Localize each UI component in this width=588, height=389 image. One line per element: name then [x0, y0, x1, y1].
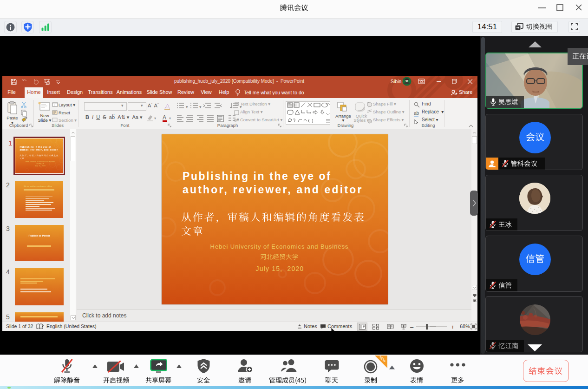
svg-text:▾: ▾ — [186, 105, 188, 109]
svg-text:A: A — [163, 114, 166, 121]
svg-text:ab: ab — [414, 111, 419, 116]
svg-text:▾: ▾ — [154, 116, 156, 120]
svg-text:▾: ▾ — [199, 105, 202, 109]
svg-text:▾: ▾ — [169, 116, 171, 120]
